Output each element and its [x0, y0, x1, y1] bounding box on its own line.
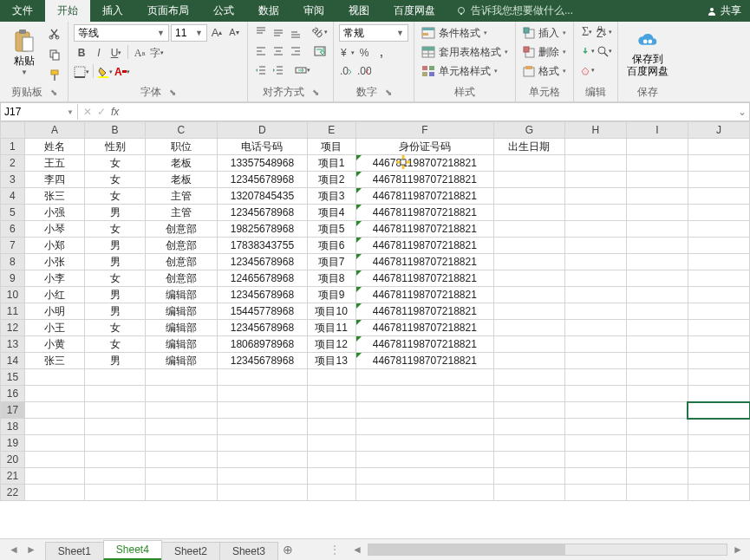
- row-header[interactable]: 7: [1, 238, 25, 254]
- cell[interactable]: [494, 172, 565, 188]
- cell[interactable]: 男: [85, 205, 145, 221]
- cell[interactable]: 小王: [24, 320, 84, 336]
- column-header[interactable]: E: [307, 122, 355, 139]
- number-launcher[interactable]: ⬊: [380, 88, 392, 97]
- row-header[interactable]: 22: [1, 485, 25, 501]
- cell[interactable]: 张三: [24, 188, 84, 205]
- cell[interactable]: [355, 369, 494, 386]
- cell[interactable]: 13357548968: [218, 155, 308, 172]
- cell[interactable]: 女: [85, 336, 145, 353]
- cell[interactable]: [626, 139, 688, 155]
- cell[interactable]: 女: [85, 172, 145, 188]
- cell[interactable]: 12345678968: [218, 287, 308, 303]
- row-header[interactable]: 19: [1, 435, 25, 452]
- cell[interactable]: [626, 452, 688, 468]
- cell[interactable]: [218, 468, 308, 485]
- cell[interactable]: [626, 188, 688, 205]
- cell[interactable]: [24, 419, 84, 435]
- align-middle-button[interactable]: [271, 24, 286, 40]
- cell[interactable]: [564, 468, 626, 485]
- cell[interactable]: [564, 320, 626, 336]
- cell[interactable]: 小张: [24, 254, 84, 270]
- cell[interactable]: [24, 435, 84, 452]
- align-top-button[interactable]: [253, 24, 269, 40]
- row-header[interactable]: 4: [1, 188, 25, 205]
- cell[interactable]: [85, 485, 145, 501]
- sheet-bar-divider[interactable]: ⋮: [324, 544, 345, 556]
- formula-input[interactable]: [124, 104, 730, 120]
- decrease-decimal-button[interactable]: .00: [356, 64, 372, 80]
- scroll-thumb[interactable]: [368, 544, 565, 555]
- cell[interactable]: [218, 419, 308, 435]
- cell[interactable]: 19825678968: [218, 221, 308, 238]
- cell[interactable]: 446781198707218821: [355, 353, 494, 369]
- cell[interactable]: 12345678968: [218, 353, 308, 369]
- cell[interactable]: [494, 369, 565, 386]
- cut-button[interactable]: [47, 26, 62, 42]
- column-header[interactable]: H: [564, 122, 626, 139]
- cell[interactable]: 18068978968: [218, 336, 308, 353]
- cell[interactable]: 446781198707218821: [355, 270, 494, 287]
- cell[interactable]: 性别: [85, 139, 145, 155]
- number-format-select[interactable]: 常规▼: [339, 24, 408, 42]
- row-header[interactable]: 2: [1, 155, 25, 172]
- cell[interactable]: [564, 287, 626, 303]
- cell[interactable]: [85, 386, 145, 402]
- cell[interactable]: 17838343755: [218, 238, 308, 254]
- cell[interactable]: 446781198707218821: [355, 155, 494, 172]
- cell[interactable]: [85, 468, 145, 485]
- cell[interactable]: 出生日期: [494, 139, 565, 155]
- cell[interactable]: [85, 419, 145, 435]
- cell[interactable]: [626, 353, 688, 369]
- merge-button[interactable]: ▾: [295, 62, 310, 78]
- paste-button[interactable]: 粘贴 ▼: [5, 24, 43, 81]
- percent-button[interactable]: %: [356, 45, 372, 61]
- scroll-right-button[interactable]: ►: [733, 544, 743, 556]
- tab-home[interactable]: 开始: [45, 0, 90, 22]
- cell[interactable]: 项目12: [307, 336, 355, 353]
- tell-me[interactable]: 告诉我您想要做什么...: [447, 0, 698, 22]
- cell[interactable]: [494, 155, 565, 172]
- cell[interactable]: 主管: [145, 205, 217, 221]
- cell[interactable]: [494, 320, 565, 336]
- clear-button[interactable]: ▾: [579, 62, 595, 78]
- cell[interactable]: [218, 402, 308, 419]
- cell[interactable]: [564, 254, 626, 270]
- cell[interactable]: 女: [85, 188, 145, 205]
- row-header[interactable]: 14: [1, 353, 25, 369]
- comma-button[interactable]: ,: [374, 45, 389, 61]
- cell[interactable]: [688, 402, 749, 419]
- cell[interactable]: [626, 238, 688, 254]
- cell[interactable]: [218, 435, 308, 452]
- cell[interactable]: [85, 369, 145, 386]
- cell[interactable]: [688, 435, 749, 452]
- cell[interactable]: [85, 402, 145, 419]
- cell[interactable]: 446781198707218821: [355, 205, 494, 221]
- cell[interactable]: [218, 369, 308, 386]
- column-header[interactable]: F: [355, 122, 494, 139]
- cell[interactable]: 446781198707218821: [355, 188, 494, 205]
- row-header[interactable]: 6: [1, 221, 25, 238]
- tab-view[interactable]: 视图: [336, 0, 382, 22]
- cell[interactable]: 446781198707218821: [355, 320, 494, 336]
- cell[interactable]: [145, 386, 217, 402]
- cell[interactable]: [626, 287, 688, 303]
- cell[interactable]: [145, 402, 217, 419]
- tab-data[interactable]: 数据: [246, 0, 291, 22]
- cell[interactable]: 13207845435: [218, 188, 308, 205]
- cell[interactable]: 项目4: [307, 205, 355, 221]
- cell[interactable]: 小琴: [24, 221, 84, 238]
- conditional-format-button[interactable]: 条件格式▾: [420, 24, 489, 42]
- cell[interactable]: [307, 435, 355, 452]
- cell[interactable]: [626, 336, 688, 353]
- cell[interactable]: [626, 221, 688, 238]
- cell[interactable]: 女: [85, 221, 145, 238]
- cell[interactable]: [494, 254, 565, 270]
- row-header[interactable]: 10: [1, 287, 25, 303]
- column-header[interactable]: B: [85, 122, 145, 139]
- cell[interactable]: [494, 468, 565, 485]
- font-name-select[interactable]: 等线▼: [74, 24, 169, 42]
- column-header[interactable]: C: [145, 122, 217, 139]
- align-left-button[interactable]: [253, 43, 269, 59]
- row-header[interactable]: 5: [1, 205, 25, 221]
